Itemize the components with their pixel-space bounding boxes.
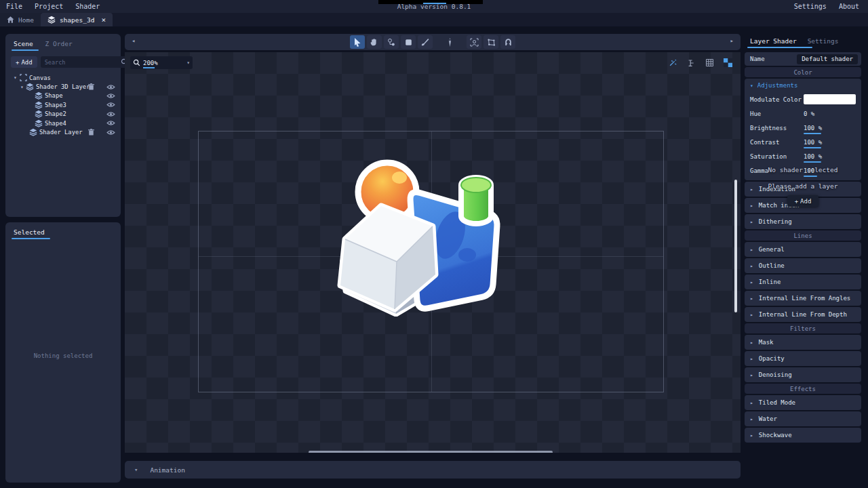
- tab-shapes-3d[interactable]: shapes_3d ×: [41, 13, 113, 26]
- tab-scene[interactable]: Scene: [14, 40, 33, 47]
- tree-label: Shape4: [45, 120, 66, 127]
- eye-icon[interactable]: [106, 84, 115, 90]
- tree-label: Shape3: [45, 102, 66, 108]
- adjustments-title: Adjustments: [757, 82, 798, 89]
- internal-line-angles-row[interactable]: ▸Internal Line From Angles: [745, 291, 861, 306]
- search-input[interactable]: [41, 56, 131, 68]
- background-toggle-button[interactable]: [722, 57, 734, 68]
- zoom-caret-icon[interactable]: ▾: [186, 60, 190, 66]
- canvas-viewport[interactable]: 200% ▾: [125, 52, 741, 453]
- horizontal-scrollbar[interactable]: [309, 451, 553, 453]
- animation-panel[interactable]: ▾ Animation: [125, 461, 741, 479]
- tree-row-shader-layer[interactable]: Shader Layer: [9, 127, 117, 136]
- adjustments-header[interactable]: ▾ Adjustments: [745, 79, 861, 92]
- overlay-line1: No shader selected: [745, 166, 861, 174]
- tab-home[interactable]: Home: [0, 13, 41, 26]
- saturation-value[interactable]: 100 %: [804, 153, 822, 160]
- water-row[interactable]: ▸Water: [745, 411, 861, 426]
- dithering-row[interactable]: ▸Dithering: [745, 214, 861, 229]
- tab-selected[interactable]: Selected: [14, 228, 45, 236]
- pan-tool-button[interactable]: [367, 35, 382, 49]
- pin-tool-button[interactable]: [442, 35, 457, 49]
- panel-collapse-left-icon[interactable]: ◂: [132, 37, 135, 44]
- eye-icon[interactable]: [106, 111, 115, 117]
- internal-line-depth-row[interactable]: ▸Internal Line From Depth: [745, 307, 861, 322]
- eye-icon[interactable]: [106, 120, 115, 126]
- hue-value[interactable]: 0 %: [804, 110, 814, 117]
- menu-file[interactable]: File: [0, 3, 28, 10]
- tree-row-shader-3d-layer[interactable]: ▾ Shader 3D Layer: [9, 82, 117, 91]
- eye-icon[interactable]: [106, 93, 115, 99]
- menu-about[interactable]: About: [833, 3, 865, 10]
- row-label: Shockwave: [759, 432, 792, 439]
- guides-button[interactable]: [685, 57, 697, 68]
- section-header-lines: Lines: [745, 230, 861, 241]
- top-notch-progress: [423, 3, 446, 4]
- tree-row-canvas[interactable]: ▾ Canvas: [9, 73, 117, 82]
- row-label: Internal Line From Angles: [759, 295, 850, 302]
- tab-inspector-settings[interactable]: Settings: [808, 37, 839, 45]
- shape-tool-button[interactable]: [401, 35, 416, 49]
- trash-icon[interactable]: [88, 83, 94, 90]
- row-label: Internal Line From Depth: [759, 311, 847, 318]
- eye-icon[interactable]: [106, 129, 115, 136]
- brightness-value[interactable]: 100 %: [804, 125, 822, 131]
- zoom-control[interactable]: 200% ▾: [130, 56, 193, 69]
- layers-icon: [28, 128, 38, 136]
- zoom-value[interactable]: 200%: [143, 60, 158, 66]
- menu-shader[interactable]: Shader: [69, 3, 106, 10]
- menu-settings[interactable]: Settings: [788, 3, 833, 10]
- tree-label: Shader 3D Layer: [36, 83, 90, 90]
- frame-icon: [18, 74, 28, 81]
- brush-tool-button[interactable]: [418, 35, 433, 49]
- magnet-tool-button[interactable]: [500, 35, 515, 49]
- canvas-view-options: [667, 57, 734, 68]
- effects-preview-button[interactable]: [667, 57, 679, 68]
- expander-caret-icon[interactable]: ▾: [12, 75, 18, 81]
- tab-close-icon[interactable]: ×: [101, 16, 106, 24]
- tiled-mode-row[interactable]: ▸Tiled Mode: [745, 395, 861, 410]
- tab-layer-shader[interactable]: Layer Shader: [750, 37, 797, 45]
- add-node-button[interactable]: + Add: [11, 56, 37, 68]
- tree-row-shape4[interactable]: Shape4: [9, 119, 117, 127]
- outline-row[interactable]: ▸Outline: [745, 258, 861, 273]
- lattice-tool-button[interactable]: [484, 35, 498, 49]
- cursor-icon: [353, 38, 361, 47]
- modulate-color-swatch[interactable]: [804, 94, 856, 104]
- tab-bar: Home shapes_3d ×: [0, 13, 868, 26]
- add-layer-button[interactable]: + Add: [787, 195, 818, 207]
- general-row[interactable]: ▸General: [745, 242, 861, 257]
- scene-tree: ▾ Canvas ▾ Shader 3D Layer Shape: [5, 71, 121, 139]
- eye-icon[interactable]: [106, 102, 115, 108]
- contrast-value[interactable]: 100 %: [804, 139, 822, 146]
- tree-row-shape2[interactable]: Shape2: [9, 110, 117, 119]
- caret-right-icon: ▸: [750, 247, 753, 253]
- row-label: Outline: [759, 262, 785, 269]
- layers-icon: [47, 16, 56, 24]
- trash-icon[interactable]: [88, 129, 94, 136]
- node-tool-button[interactable]: [384, 35, 399, 49]
- menu-project[interactable]: Project: [28, 3, 69, 10]
- shader-name-field[interactable]: Default shader: [797, 54, 858, 64]
- shockwave-row[interactable]: ▸Shockwave: [745, 428, 861, 443]
- tree-row-shape3[interactable]: Shape3: [9, 100, 117, 109]
- expander-caret-icon[interactable]: ▾: [19, 84, 25, 90]
- caret-right-icon: ▸: [750, 372, 753, 378]
- caret-right-icon: ▸: [750, 432, 753, 439]
- vertical-scrollbar[interactable]: [734, 180, 737, 312]
- select-tool-button[interactable]: [350, 35, 365, 49]
- tab-shapes-3d-label: shapes_3d: [60, 16, 94, 24]
- denoising-row[interactable]: ▸Denoising: [745, 367, 861, 382]
- inline-row[interactable]: ▸Inline: [745, 274, 861, 289]
- nothing-selected-text: Nothing selected: [5, 352, 121, 359]
- tree-row-shape[interactable]: Shape: [9, 92, 117, 100]
- animation-collapse-icon[interactable]: ▾: [134, 466, 138, 473]
- panel-collapse-right-icon[interactable]: ▸: [730, 37, 734, 44]
- opacity-row[interactable]: ▸Opacity: [745, 351, 861, 366]
- transform-tool-button[interactable]: [467, 35, 481, 49]
- tab-z-order[interactable]: Z Order: [45, 40, 73, 47]
- mask-row[interactable]: ▸Mask: [745, 335, 861, 350]
- lattice-icon: [487, 38, 496, 47]
- grid-toggle-button[interactable]: [703, 57, 715, 68]
- plus-icon: +: [795, 198, 798, 205]
